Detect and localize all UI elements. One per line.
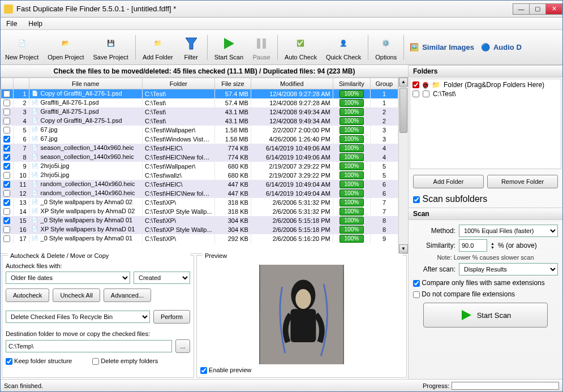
enable-preview-checkbox[interactable]: Enable preview — [200, 367, 403, 374]
folders-list[interactable]: ⊘📁Folder (Drag&Drop Folders Here) C:\Tes… — [410, 79, 561, 169]
col-no[interactable] — [13, 78, 29, 89]
similarity-badge: 100% — [339, 208, 364, 216]
similar-images-link[interactable]: 🖼️Similar Images — [406, 43, 478, 51]
row-checkbox[interactable] — [3, 154, 10, 161]
scan-method-select[interactable]: 100% Equal Files (faster) — [459, 225, 558, 237]
quick-check-button[interactable]: 👤Quick Check — [321, 32, 366, 63]
table-row[interactable]: 13📄_0 Style wallpapers by Ahma0 02C:\Tes… — [1, 198, 398, 207]
table-row[interactable]: 4📄Copy of Graffiti_All-275-1.psdC:\Test\… — [1, 117, 398, 126]
maximize-button[interactable]: ▢ — [529, 3, 546, 15]
row-checkbox[interactable] — [3, 190, 10, 197]
table-row[interactable]: 15📄_0 Style wallpapers by Ahma0 01C:\Tes… — [1, 216, 398, 225]
minimize-button[interactable]: — — [513, 3, 530, 15]
row-checkbox[interactable] — [3, 100, 10, 106]
autocheck-datefield-select[interactable]: Created — [134, 272, 190, 284]
table-row[interactable]: 2📄Graffiti_All-276-1.psdC:\Test\57.4 MB1… — [1, 98, 398, 107]
autocheck-button[interactable]: Autocheck — [6, 288, 49, 302]
remove-folder-button[interactable]: Remove Folder — [487, 175, 558, 188]
autocheck-criteria-select[interactable]: Older file dates — [6, 272, 130, 284]
similarity-input[interactable] — [459, 239, 487, 252]
preview-panel: Preview Enable preview — [196, 255, 407, 378]
save-project-button[interactable]: 💾Save Project — [89, 32, 133, 63]
row-checkbox[interactable] — [3, 163, 10, 170]
options-button[interactable]: ⚙️Options — [371, 32, 401, 63]
table-row[interactable]: 7📄season_collection_1440x960.heicC:\Test… — [1, 144, 398, 153]
col-similarity[interactable]: Similarity — [333, 78, 370, 89]
row-checkbox[interactable] — [3, 226, 10, 233]
file-icon: 📄 — [32, 118, 40, 124]
perform-button[interactable]: Perform — [153, 310, 190, 324]
table-row[interactable]: 1📄Copy of Graffiti_All-276-1.psdC:\Test\… — [1, 89, 398, 98]
add-folder-button-side[interactable]: Add Folder — [413, 175, 484, 188]
row-checkbox[interactable] — [3, 217, 10, 224]
file-icon: 📄 — [32, 199, 40, 206]
file-icon: 📄 — [32, 235, 40, 242]
dest-folder-input[interactable] — [6, 340, 172, 352]
progress-bar — [452, 382, 559, 390]
row-checkbox[interactable] — [3, 109, 10, 115]
auto-check-button[interactable]: ✅Auto Check — [280, 32, 321, 63]
col-group[interactable]: Group — [370, 78, 398, 89]
menu-help[interactable]: Help — [23, 18, 48, 29]
col-filename[interactable]: File name — [29, 78, 142, 89]
start-scan-button[interactable]: Start Scan — [210, 32, 248, 63]
filter-button[interactable]: Filter — [178, 32, 205, 63]
titlebar: Fast Duplicate File Finder 5.5.0.1 - [un… — [1, 1, 562, 18]
row-checkbox[interactable] — [3, 136, 10, 143]
scan-header: Scan — [409, 208, 562, 220]
sim-down[interactable]: ▼ — [491, 245, 495, 249]
similarity-badge: 100% — [339, 162, 364, 170]
sim-up[interactable]: ▲ — [491, 242, 495, 245]
keep-structure-checkbox[interactable]: Keep folder structure — [6, 357, 72, 365]
audio-link[interactable]: 🔵Audio D — [478, 43, 525, 51]
scan-subfolders-checkbox[interactable]: Scan subfolders — [413, 194, 487, 204]
table-row[interactable]: 16📄XP Style wallpapers by AhmaD 01C:\Tes… — [1, 225, 398, 234]
browse-dest-button[interactable]: ... — [175, 339, 190, 353]
table-row[interactable]: 3📄Graffiti_All-275-1.psdC:\Test\43.1 MB1… — [1, 107, 398, 117]
table-row[interactable]: 14📄XP Style wallpapers by AhmaD 02C:\Tes… — [1, 207, 398, 216]
col-modified[interactable]: Modified — [251, 78, 333, 89]
row-checkbox[interactable] — [3, 208, 10, 215]
scan-note: Note: Lower % causes slower scan — [413, 254, 558, 261]
table-row[interactable]: 11📄random_collection_1440x960.heicC:\Tes… — [1, 180, 398, 189]
menu-file[interactable]: File — [1, 18, 23, 29]
start-scan-big-button[interactable]: Start Scan — [423, 303, 548, 328]
table-row[interactable]: 8📄season_collection_1440x960.heicC:\Test… — [1, 153, 398, 162]
table-row[interactable]: 10📄2hrjo5i.jpgC:\Test\wallz\680 KB2/19/2… — [1, 171, 398, 180]
row-checkbox[interactable] — [3, 181, 10, 188]
folder-row[interactable]: C:\Test\ — [411, 89, 560, 98]
table-row[interactable]: 6📄67.jpgC:\Test\Windows Vista ...1.58 MB… — [1, 135, 398, 144]
table-row[interactable]: 9📄2hrjo5i.jpgC:\Test\Wallpaper\680 KB2/1… — [1, 162, 398, 171]
autocheck-panel: Autocheck & Delete / Move or Copy Autoch… — [2, 255, 194, 378]
new-project-button[interactable]: 📄New Project — [1, 32, 43, 63]
ignore-ext-checkbox[interactable]: Do not compare file extensions — [413, 290, 515, 298]
delete-empty-checkbox[interactable]: Delete empty folders — [92, 357, 158, 365]
col-check[interactable] — [1, 78, 14, 89]
table-row[interactable]: 12📄random_collection_1440x960.heicC:\Tes… — [1, 189, 398, 198]
uncheck-all-button[interactable]: Uncheck All — [53, 288, 100, 302]
compare-ext-checkbox[interactable]: Compare only files with same extensions — [413, 279, 545, 287]
pause-button[interactable]: Pause — [248, 32, 275, 63]
similarity-badge: 100% — [339, 199, 364, 206]
close-button[interactable]: ✕ — [545, 3, 562, 15]
vertical-scrollbar[interactable]: ▲ ▼ — [398, 77, 408, 253]
similarity-badge: 100% — [339, 126, 364, 134]
after-scan-select[interactable]: Display Results — [459, 263, 558, 275]
row-checkbox[interactable] — [3, 235, 10, 242]
action-select[interactable]: Delete Checked Files To Recycle Bin — [6, 311, 150, 323]
row-checkbox[interactable] — [3, 118, 10, 124]
row-checkbox[interactable] — [3, 145, 10, 152]
row-checkbox[interactable] — [3, 127, 10, 133]
row-checkbox[interactable] — [3, 199, 10, 206]
table-row[interactable]: 17📄_0 Style wallpapers by Ahma0 01C:\Tes… — [1, 234, 398, 243]
open-project-button[interactable]: 📂Open Project — [43, 32, 88, 63]
add-folder-button[interactable]: 📁Add Folder — [138, 32, 178, 63]
row-checkbox[interactable] — [3, 91, 10, 97]
col-folder[interactable]: Folder — [142, 78, 214, 89]
col-size[interactable]: File size — [214, 78, 251, 89]
advanced-button[interactable]: Advanced... — [104, 288, 151, 302]
similarity-badge: 100% — [339, 90, 364, 98]
row-checkbox[interactable] — [3, 172, 10, 179]
files-table[interactable]: File name Folder File size Modified Simi… — [1, 77, 398, 243]
table-row[interactable]: 5📄67.jpgC:\Test\Wallpaper\1.58 MB2/2/200… — [1, 126, 398, 135]
